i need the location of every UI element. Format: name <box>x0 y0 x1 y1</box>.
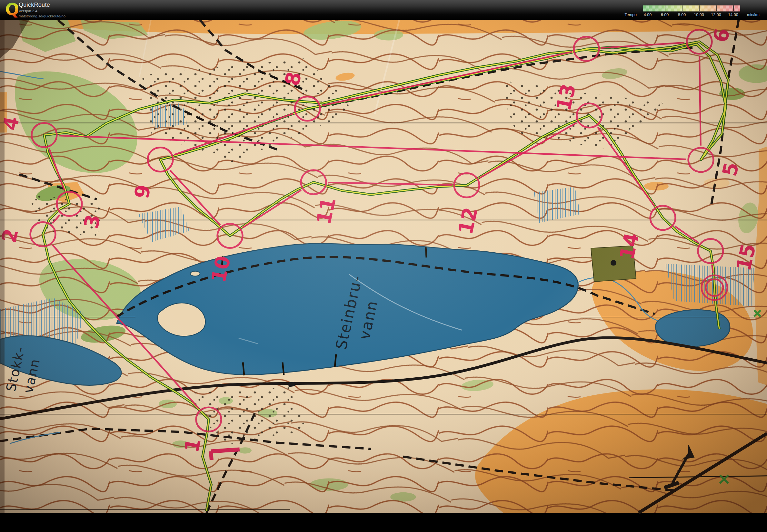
tempo-tick <box>665 5 665 11</box>
orienteering-map-photo[interactable]: Steinbru-vannStokk-vann 1234568910111213… <box>0 20 767 532</box>
tempo-tick-label: 4:00 <box>644 13 652 17</box>
tempo-tick-label: 14:00 <box>728 13 738 17</box>
app-version: Versjon 2.4 <box>19 9 37 13</box>
logo-letter: Q <box>5 1 18 19</box>
route-map-canvas[interactable]: Steinbru-vannStokk-vann 1234568910111213… <box>0 20 767 532</box>
quickroute-logo-icon: Q <box>4 1 18 20</box>
tempo-tick-label: 12:00 <box>711 13 721 17</box>
app-url: matstroeng.se/quickroute/no <box>19 14 65 18</box>
tempo-tick <box>716 5 717 11</box>
tempo-tick <box>733 5 734 11</box>
tempo-tick <box>648 5 648 11</box>
tempo-legend-label: Tempo <box>616 13 637 17</box>
tempo-unit-label: min/km <box>747 13 760 17</box>
app-title: QuickRoute <box>19 2 50 8</box>
tempo-tick-label: 10:00 <box>694 13 704 17</box>
tempo-scale-bar <box>643 5 740 12</box>
tempo-tick-label: 8:00 <box>678 13 686 17</box>
app-header: Q QuickRoute Versjon 2.4 matstroeng.se/q… <box>0 0 767 20</box>
tempo-tick <box>699 5 700 11</box>
tempo-tick-label: 6:00 <box>661 13 669 17</box>
photo-vignette <box>0 20 767 513</box>
tempo-tick <box>682 5 683 11</box>
